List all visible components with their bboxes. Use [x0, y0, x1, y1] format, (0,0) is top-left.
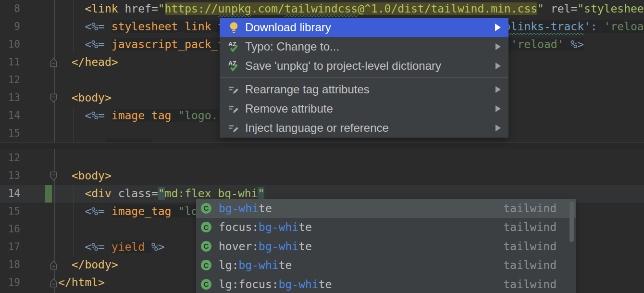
completion-item-focus-bg-white[interactable]: Cfocus:bg-whitetailwind	[196, 218, 576, 237]
menu-item-label: Save 'unpkg' to project-level dictionary	[245, 59, 441, 73]
code-token: md:flex bg-whi	[165, 187, 258, 200]
menu-item-inject-language-or-reference[interactable]: Inject language or reference	[220, 118, 508, 138]
submenu-arrow-icon	[495, 63, 501, 69]
fold-marker-up[interactable]	[50, 260, 58, 270]
code-token: <%=	[85, 109, 111, 122]
css-class-icon: C	[201, 260, 211, 270]
code-token: <body>	[72, 91, 111, 104]
editor-gutter: 17	[0, 238, 58, 256]
completion-item-lg-bg-white[interactable]: Clg:bg-whitetailwind	[196, 256, 576, 275]
completion-item-bg-white[interactable]: Cbg-whitetailwind	[196, 199, 576, 218]
indent-spaces	[58, 91, 72, 104]
popup-scrollbar[interactable]	[570, 202, 574, 242]
code-token: =	[151, 187, 158, 200]
completion-rest: te	[279, 259, 292, 271]
menu-item-label: Download library	[245, 21, 331, 34]
gutter-separator	[54, 0, 55, 142]
code-token: unpkg	[218, 2, 251, 15]
code-token: <div	[85, 187, 118, 200]
line-number: 13	[0, 167, 20, 185]
completion-origin-label: tailwind	[503, 202, 571, 215]
css-class-icon: C	[201, 222, 211, 232]
code-line-8[interactable]: 8 <link href="https://unpkg.com/tailwind…	[0, 0, 644, 18]
menu-item-rearrange-tag-attributes[interactable]: Rearrange tag attributes	[220, 80, 508, 99]
ide-editor-screen: 8 <link href="https://unpkg.com/tailwind…	[0, 0, 644, 293]
indent-spaces	[58, 38, 85, 51]
spellcheck-icon: AZ	[227, 40, 240, 53]
completion-rest: te	[259, 202, 272, 215]
line-number: 8	[0, 0, 20, 18]
completion-match: bg-whi	[259, 240, 298, 253]
editor-gutter: 10	[0, 36, 58, 53]
css-class-icon: C	[201, 203, 211, 214]
submenu-arrow-icon	[495, 43, 501, 50]
menu-item-remove-attribute[interactable]: Remove attribute	[220, 99, 508, 118]
code-token: <body>	[72, 169, 111, 182]
indent-spaces	[58, 187, 85, 200]
code-token: "stylesheet">	[577, 2, 644, 15]
line-number: 12	[0, 149, 20, 167]
css-class-icon: C	[201, 279, 211, 290]
code-text	[58, 149, 644, 167]
indent-spaces	[58, 2, 85, 15]
code-token: "	[537, 2, 544, 15]
fold-marker-up[interactable]	[50, 278, 58, 288]
indent-guide	[73, 107, 74, 142]
editor-gutter: 15	[0, 125, 58, 142]
fold-marker-up[interactable]	[50, 57, 58, 67]
lightbulb-icon	[227, 21, 240, 34]
code-line-12[interactable]: 12	[0, 149, 644, 167]
code-token: <link	[85, 2, 124, 15]
edit-icon	[227, 83, 240, 96]
completion-prefix: focus:	[219, 221, 259, 233]
code-token: 'reload'	[604, 20, 644, 33]
line-number: 14	[0, 185, 20, 203]
code-token: ':	[584, 20, 597, 33]
indent-spaces	[58, 258, 72, 271]
code-text: <link href="https://unpkg.com/tailwindcs…	[58, 0, 644, 18]
completion-item-hover-bg-white[interactable]: Chover:bg-whitetailwind	[196, 237, 576, 256]
line-number: 15	[0, 203, 20, 220]
menu-item-save-unpkg-to-project-level-dictionary[interactable]: AZSave 'unpkg' to project-level dictiona…	[220, 56, 508, 76]
code-text: <body>	[58, 167, 644, 185]
indent-spaces	[58, 169, 72, 182]
code-token: tailwindcss	[285, 2, 358, 15]
code-token: "	[158, 187, 165, 200]
code-token: "	[258, 187, 264, 200]
code-token: %>	[564, 38, 584, 51]
menu-item-download-library[interactable]: Download library	[220, 18, 508, 37]
code-token: rel	[551, 2, 571, 15]
completion-prefix: hover:	[219, 240, 259, 253]
editor-gutter: 11	[0, 53, 58, 71]
code-token: %>	[151, 241, 165, 253]
fold-marker-down[interactable]	[50, 93, 58, 103]
fold-marker-down[interactable]	[50, 171, 58, 181]
line-number: 9	[0, 18, 20, 36]
editor-gutter: 8	[0, 0, 58, 18]
code-line-13[interactable]: 13 <body>	[0, 167, 644, 185]
editor-gutter: 12	[0, 149, 58, 167]
completion-rest: te	[298, 221, 312, 233]
menu-item-typo-change-to[interactable]: AZTypo: Change to...	[220, 37, 508, 56]
intention-actions-menu: Download libraryAZTypo: Change to...AZSa…	[220, 18, 508, 138]
completion-item-name: bg-white	[219, 202, 272, 215]
submenu-arrow-icon	[495, 24, 501, 31]
line-number: 10	[0, 36, 20, 53]
code-token: <%=	[85, 205, 111, 217]
indent-spaces	[58, 20, 85, 33]
completion-rest: te	[319, 278, 332, 291]
submenu-arrow-icon	[495, 86, 501, 93]
code-completion-popup: Cbg-whitetailwindCfocus:bg-whitetailwind…	[196, 199, 576, 293]
code-token: =	[570, 2, 577, 15]
editor-gutter: 13	[0, 89, 58, 107]
line-number: 18	[0, 256, 20, 274]
completion-item-lg-focus-bg-white[interactable]: Clg:focus:bg-whitetailwind	[196, 275, 576, 293]
menu-separator	[220, 76, 508, 80]
indent-spaces	[58, 205, 85, 217]
completion-origin-label: tailwind	[503, 240, 571, 253]
change-marker[interactable]	[45, 185, 52, 203]
line-number: 17	[0, 238, 20, 256]
line-number: 11	[0, 53, 20, 71]
editor-gutter: 19	[0, 274, 58, 292]
code-token: 'reload'	[511, 38, 564, 51]
